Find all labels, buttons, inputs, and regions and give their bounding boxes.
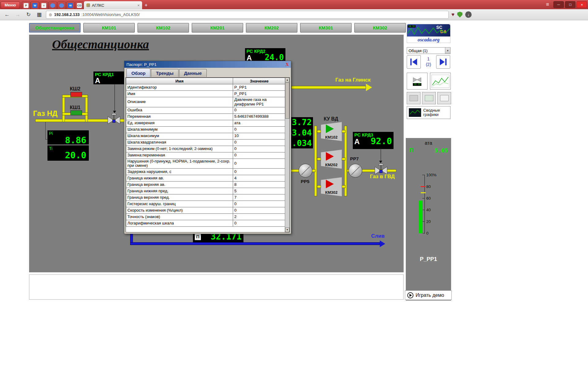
orifice-line-icon [351,167,360,175]
pipe-drain-arrow-icon [380,240,385,247]
scada-tab-km202[interactable]: КМ202 [246,23,297,33]
pinned-tab-2[interactable]: W [31,2,39,9]
oscada-logo-icon: 10.95 SC DA [407,24,450,36]
pinned-tab-6[interactable]: W [66,2,75,9]
compressor-km202[interactable]: КМ202 [321,150,342,169]
window-minimize-button[interactable]: ─ [553,1,564,8]
url-field[interactable]: ⊕ 192.168.2.133:10004/WebVision/ses_AGLK… [46,11,449,19]
scada-tab-obshestancionka[interactable]: Общестанционка [29,23,81,33]
window-close-button[interactable]: × [577,1,587,8]
pinned-tab-1[interactable]: P [22,2,30,9]
thumbnail-small-2[interactable] [422,92,436,104]
param-name-cell: Граница нижняя ав. [126,175,233,182]
param-name-cell: Скорость изменения (%/цикл) [126,207,233,214]
compressor-label: КМ202 [321,163,342,167]
view-select[interactable]: Общая (1) ▼ [407,47,450,54]
scroll-up-icon[interactable]: ▲ [285,78,289,82]
control-valve-icon[interactable] [374,163,388,175]
param-value-cell: 2 [233,214,286,220]
compressor-km102[interactable]: КМ102 [321,122,342,141]
triangle-right-icon [440,59,445,65]
ti-display[interactable]: Ti 20.0 [47,145,89,161]
scada-tab-km301[interactable]: КМ301 [300,23,352,33]
browser-tab-aglks[interactable]: АГЛКС × [84,1,142,9]
header-name: Имя [126,78,233,84]
prev-page-icon [410,59,412,65]
scroll-down-icon[interactable]: ▼ [285,228,289,232]
thumbnail-valve[interactable]: 10.95 [407,73,428,90]
browser-hamburger-icon[interactable]: ≡ [543,2,552,8]
valve-state-indicator [379,170,383,173]
window-maximize-button[interactable]: □ [565,1,575,8]
dialog-close-icon[interactable]: X [285,62,289,67]
param-value-cell: 7 [233,194,286,201]
tab-close-icon[interactable]: × [137,3,140,8]
thumbnail-trend[interactable] [430,73,451,90]
chevron-down-icon: ▼ [445,48,450,54]
orifice-pp7[interactable] [349,164,362,178]
prev-page-button[interactable] [407,55,421,69]
krd3-display[interactable]: РС КРД3 A 92.0 [353,132,394,149]
pi-display[interactable]: Pi 8.86 [47,130,89,145]
favicon-app2-icon [59,3,64,8]
favicon-cd-icon: CD [77,3,82,8]
valve-ksh2[interactable] [70,92,82,97]
scada-tab-km201[interactable]: КМ201 [192,23,243,33]
dialog-titlebar[interactable]: Паспорт: P_PP1 X [124,61,291,68]
scrollbar-thumb[interactable] [285,82,289,119]
grid-icon[interactable]: ▦ [35,11,43,19]
krd1-display[interactable]: РС КРД1 A [93,71,129,84]
param-name-cell: Задержка нарушения, с [126,169,233,175]
gauge-alarm-mark [421,186,426,187]
table-row: Скорость изменения (%/цикл)0 [126,207,286,214]
dialog-tab-dannye[interactable]: Данные [179,69,207,77]
pinned-tab-3[interactable]: ≡ [40,2,48,9]
control-valve-icon[interactable] [107,112,121,125]
url-host: 192.168.2.133 [54,12,80,17]
browser-menu-button[interactable]: Меню [1,2,20,9]
thumbnail-preview [440,95,449,101]
label-gas-glinsk: Газ на Глинск [335,77,371,83]
param-name-cell: Ошибка [126,107,233,113]
label-ksh1: КШ1 [70,105,81,110]
ti-value: 20.0 [47,151,89,159]
dialog-tab-trendy[interactable]: Тренды [151,69,179,77]
pinned-tab-5[interactable] [57,2,66,9]
gauge-mode: П [409,147,413,154]
mimic-title: Общестанционка [52,37,149,52]
param-name-cell: Граница верхняя пред. [126,194,233,201]
compressor-km302[interactable]: КМ302 [321,177,342,196]
scada-tab-km302[interactable]: КМ302 [354,23,406,33]
dialog-title: Паспорт: P_PP1 [126,62,156,67]
valve-ksh1[interactable] [70,110,82,115]
next-page-button[interactable] [436,55,450,69]
forward-icon[interactable]: → [14,11,22,19]
back-icon[interactable]: ← [3,11,11,19]
pi-value: 8.86 [47,136,89,144]
message-area [29,274,404,300]
thumbnail-small-3[interactable] [437,92,451,104]
table-header-row: Имя Значение [126,78,286,84]
new-tab-button[interactable]: + [142,2,150,9]
summary-graphs-button[interactable]: Сводные графики [407,106,450,119]
pinned-tab-4[interactable] [48,2,57,9]
scada-tab-km101[interactable]: КМ101 [83,23,135,33]
oscada-logo[interactable]: 10.95 SC DA oscada.org [407,24,450,43]
thumbnail-small-1[interactable] [407,92,420,104]
param-name-cell: Логарифмическая шкала [126,220,233,227]
param-value-cell: 0 [233,207,286,214]
reload-icon[interactable]: ↻ [24,11,32,19]
scada-tab-km102[interactable]: КМ102 [138,23,189,33]
gauge-warning-mark [421,192,426,193]
krd2-display[interactable]: РС КРД2 A 24.0 [245,48,285,62]
download-icon[interactable]: ↓ [465,11,472,18]
security-shield-icon[interactable] [457,12,462,17]
dialog-tab-obzor[interactable]: Обзор [126,68,150,77]
bookmark-heart-icon[interactable]: ♥ [451,12,454,18]
orifice-pp5[interactable] [299,164,312,178]
play-demo-button[interactable]: Играть демо [405,290,452,300]
dialog-scrollbar[interactable]: ▲ ▼ [285,78,289,232]
pinned-tab-7[interactable]: CD [75,2,84,9]
param-value-cell: 0 [233,201,286,207]
pipe-stub [342,158,345,160]
